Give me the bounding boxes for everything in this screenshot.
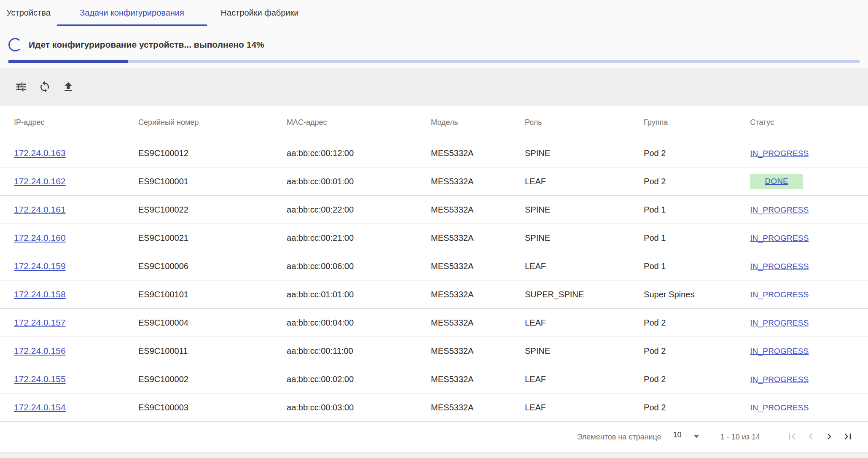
role-cell: SPINE (525, 196, 644, 224)
mac-cell: aa:bb:cc:00:03:00 (287, 393, 431, 422)
previous-page-button (801, 428, 820, 446)
model-cell: MES5332A (431, 280, 525, 309)
table-row: 172.24.0.155 ES9C100002 aa:bb:cc:00:02:0… (0, 365, 868, 393)
dropdown-arrow-icon (693, 435, 699, 438)
ip-link[interactable]: 172.24.0.157 (14, 318, 66, 327)
filter-button[interactable] (15, 81, 27, 94)
serial-cell: ES9C100011 (138, 337, 287, 365)
ip-link[interactable]: 172.24.0.162 (14, 176, 66, 186)
bottom-strip (0, 452, 868, 458)
status-link[interactable]: IN_PROGRESS (750, 290, 809, 299)
loading-spinner-icon (8, 38, 22, 51)
ip-link[interactable]: 172.24.0.156 (14, 346, 66, 356)
table-pagination: Элементов на странице 10 1 - 10 из 14 (0, 422, 868, 452)
table-row: 172.24.0.158 ES9C100101 aa:bb:cc:01:01:0… (0, 280, 868, 309)
status-link[interactable]: IN_PROGRESS (750, 262, 809, 271)
model-cell: MES5332A (431, 139, 525, 167)
tab-devices[interactable]: Устройства (0, 0, 57, 26)
table-row: 172.24.0.159 ES9C100006 aa:bb:cc:00:06:0… (0, 252, 868, 280)
serial-cell: ES9C100002 (138, 365, 287, 393)
progress-status: Идет конфигурирование устройств... выпол… (8, 38, 264, 51)
ip-link[interactable]: 172.24.0.154 (14, 402, 66, 412)
status-link[interactable]: IN_PROGRESS (750, 234, 809, 242)
mac-cell: aa:bb:cc:00:04:00 (287, 309, 431, 337)
tune-icon (15, 81, 27, 94)
header-mac: MAC-адрес (287, 106, 431, 139)
tab-factory-settings[interactable]: Настройки фабрики (207, 0, 312, 26)
table-row: 172.24.0.157 ES9C100004 aa:bb:cc:00:04:0… (0, 309, 868, 337)
status-link[interactable]: IN_PROGRESS (750, 205, 809, 214)
role-cell: LEAF (525, 252, 644, 280)
serial-cell: ES9C100101 (138, 280, 287, 309)
status-link[interactable]: IN_PROGRESS (750, 318, 809, 327)
upload-button[interactable] (62, 81, 75, 94)
role-cell: SPINE (525, 337, 644, 365)
role-cell: SPINE (525, 139, 644, 167)
mac-cell: aa:bb:cc:00:21:00 (287, 224, 431, 252)
group-cell: Pod 2 (644, 167, 750, 196)
mac-cell: aa:bb:cc:00:01:00 (287, 167, 431, 196)
serial-cell: ES9C100001 (138, 167, 287, 196)
table-row: 172.24.0.162 ES9C100001 aa:bb:cc:00:01:0… (0, 167, 868, 196)
mac-cell: aa:bb:cc:00:12:00 (287, 139, 431, 167)
group-cell: Pod 1 (644, 252, 750, 280)
role-cell: SUPER_SPINE (525, 280, 644, 309)
model-cell: MES5332A (431, 167, 525, 196)
model-cell: MES5332A (431, 309, 525, 337)
group-cell: Pod 2 (644, 337, 750, 365)
status-link[interactable]: IN_PROGRESS (750, 403, 809, 412)
header-serial: Серийный номер (138, 106, 287, 139)
serial-cell: ES9C100006 (138, 252, 287, 280)
group-cell: Pod 1 (644, 196, 750, 224)
header-model: Модель (431, 106, 525, 139)
role-cell: LEAF (525, 393, 644, 422)
mac-cell: aa:bb:cc:00:22:00 (287, 196, 431, 224)
ip-link[interactable]: 172.24.0.160 (14, 233, 66, 242)
table-row: 172.24.0.154 ES9C100003 aa:bb:cc:00:03:0… (0, 393, 868, 422)
model-cell: MES5332A (431, 224, 525, 252)
ip-link[interactable]: 172.24.0.158 (14, 289, 66, 299)
tab-configuration-tasks[interactable]: Задачи конфигурирования (57, 0, 207, 26)
role-cell: LEAF (525, 365, 644, 393)
items-per-page-select[interactable]: 10 (672, 431, 702, 443)
tab-bar: Устройства Задачи конфигурирования Настр… (0, 0, 868, 26)
serial-cell: ES9C100003 (138, 393, 287, 422)
group-cell: Pod 2 (644, 309, 750, 337)
serial-cell: ES9C100004 (138, 309, 287, 337)
status-link[interactable]: IN_PROGRESS (750, 347, 809, 356)
refresh-icon (38, 81, 51, 94)
items-per-page-value: 10 (673, 431, 682, 439)
ip-link[interactable]: 172.24.0.155 (14, 374, 66, 384)
header-ip: IP-адрес (0, 106, 138, 139)
group-cell: Pod 2 (644, 139, 750, 167)
model-cell: MES5332A (431, 252, 525, 280)
group-cell: Pod 1 (644, 224, 750, 252)
model-cell: MES5332A (431, 365, 525, 393)
configuration-progress-section: Идет конфигурирование устройств... выпол… (0, 26, 868, 68)
last-page-icon (842, 431, 854, 444)
ip-link[interactable]: 172.24.0.161 (14, 205, 66, 214)
ip-link[interactable]: 172.24.0.159 (14, 261, 66, 271)
table-row: 172.24.0.163 ES9C100012 aa:bb:cc:00:12:0… (0, 139, 868, 167)
chevron-left-icon (805, 431, 817, 444)
items-per-page-label: Элементов на странице (577, 433, 661, 442)
mac-cell: aa:bb:cc:00:02:00 (287, 365, 431, 393)
table-header-row: IP-адрес Серийный номер MAC-адрес Модель… (0, 106, 868, 139)
serial-cell: ES9C100021 (138, 224, 287, 252)
last-page-button[interactable] (838, 428, 857, 446)
ip-link[interactable]: 172.24.0.163 (14, 148, 66, 158)
role-cell: LEAF (525, 309, 644, 337)
model-cell: MES5332A (431, 393, 525, 422)
role-cell: LEAF (525, 167, 644, 196)
refresh-button[interactable] (38, 81, 51, 94)
status-link[interactable]: IN_PROGRESS (750, 149, 809, 158)
table-toolbar (0, 68, 868, 106)
status-link[interactable]: IN_PROGRESS (750, 375, 809, 384)
status-link[interactable]: DONE (750, 174, 803, 189)
next-page-button[interactable] (820, 428, 838, 446)
page-range-label: 1 - 10 из 14 (720, 433, 760, 442)
group-cell: Pod 2 (644, 365, 750, 393)
upload-icon (62, 81, 75, 94)
table-row: 172.24.0.156 ES9C100011 aa:bb:cc:00:11:0… (0, 337, 868, 365)
header-status: Статус (750, 106, 868, 139)
